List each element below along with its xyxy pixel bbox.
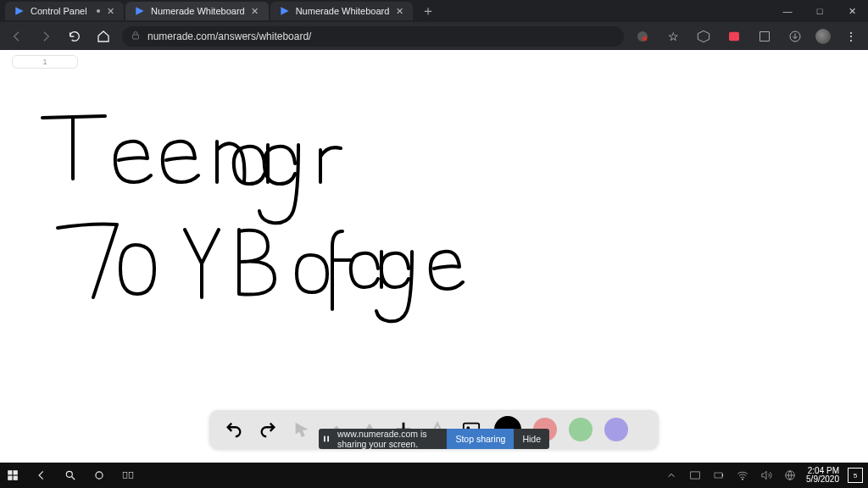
undo-button[interactable] bbox=[223, 419, 245, 441]
language-icon[interactable] bbox=[782, 468, 798, 483]
svg-rect-0 bbox=[133, 35, 139, 39]
slide-thumbnail[interactable]: 1 bbox=[12, 55, 78, 69]
numerade-favicon-icon bbox=[14, 5, 25, 17]
screen-share-banner: www.numerade.com is sharing your screen.… bbox=[319, 429, 549, 449]
svg-point-21 bbox=[742, 479, 743, 480]
notification-count: 5 bbox=[854, 472, 857, 480]
back-button[interactable] bbox=[7, 26, 27, 47]
hide-banner-button[interactable]: Hide bbox=[514, 429, 549, 449]
wifi-icon[interactable] bbox=[735, 468, 750, 483]
tab-title: Control Panel bbox=[31, 6, 92, 16]
kebab-menu-icon[interactable]: ⋮ bbox=[841, 26, 861, 47]
extension-square-icon[interactable] bbox=[754, 26, 775, 47]
clock-date: 5/9/2020 bbox=[806, 475, 839, 485]
tablet-mode-icon[interactable] bbox=[687, 468, 703, 483]
pen-color-purple[interactable] bbox=[604, 418, 628, 441]
hide-label: Hide bbox=[522, 434, 541, 444]
pointer-tool[interactable] bbox=[291, 419, 313, 441]
stop-sharing-button[interactable]: Stop sharing bbox=[447, 429, 514, 449]
forward-button[interactable] bbox=[36, 26, 56, 47]
svg-rect-9 bbox=[327, 436, 329, 442]
extension-cube-icon[interactable] bbox=[693, 26, 714, 47]
numerade-favicon-icon bbox=[279, 5, 291, 17]
minimize-button[interactable]: ― bbox=[771, 0, 804, 22]
close-window-button[interactable]: ✕ bbox=[836, 0, 868, 22]
taskbar-back-icon[interactable] bbox=[34, 468, 49, 483]
tab-strip: Control Panel ✕ Numerade Whiteboard ✕ Nu… bbox=[0, 0, 868, 22]
svg-point-15 bbox=[96, 472, 103, 479]
close-icon[interactable]: ✕ bbox=[394, 6, 404, 16]
svg-rect-11 bbox=[14, 470, 18, 474]
tab-whiteboard-2[interactable]: Numerade Whiteboard ✕ bbox=[270, 2, 414, 20]
search-icon[interactable] bbox=[63, 468, 78, 483]
lock-icon bbox=[131, 30, 141, 42]
system-clock[interactable]: 2:04 PM 5/9/2020 bbox=[806, 467, 839, 485]
svg-rect-12 bbox=[8, 476, 12, 480]
audio-indicator-icon bbox=[97, 9, 100, 13]
pause-icon bbox=[319, 435, 334, 443]
svg-rect-17 bbox=[129, 473, 133, 479]
svg-rect-19 bbox=[715, 473, 722, 478]
extension-badge-icon[interactable] bbox=[632, 26, 653, 47]
reload-button[interactable] bbox=[64, 26, 85, 47]
address-bar[interactable]: numerade.com/answers/whiteboard/ bbox=[122, 26, 624, 47]
numerade-favicon-icon bbox=[134, 5, 146, 17]
svg-rect-3 bbox=[729, 31, 739, 41]
pocket-extension-icon[interactable] bbox=[724, 26, 744, 47]
star-bookmark-icon[interactable]: ☆ bbox=[663, 26, 683, 47]
svg-rect-13 bbox=[14, 476, 18, 480]
close-icon[interactable]: ✕ bbox=[250, 6, 260, 16]
new-tab-button[interactable]: ＋ bbox=[421, 3, 435, 20]
tray-up-icon[interactable] bbox=[664, 468, 679, 483]
profile-avatar[interactable] bbox=[815, 29, 831, 44]
svg-rect-18 bbox=[691, 472, 700, 479]
tab-control-panel[interactable]: Control Panel ✕ bbox=[5, 2, 124, 20]
svg-rect-10 bbox=[8, 470, 12, 474]
maximize-button[interactable]: □ bbox=[804, 0, 836, 22]
svg-rect-8 bbox=[324, 436, 326, 442]
stop-sharing-label: Stop sharing bbox=[455, 434, 505, 444]
cortana-icon[interactable] bbox=[92, 468, 107, 483]
tab-whiteboard-active[interactable]: Numerade Whiteboard ✕ bbox=[125, 2, 269, 20]
share-message: www.numerade.com is sharing your screen. bbox=[334, 429, 447, 449]
svg-point-14 bbox=[66, 471, 72, 477]
redo-button[interactable] bbox=[257, 419, 279, 441]
tab-title: Numerade Whiteboard bbox=[296, 6, 390, 16]
tab-title: Numerade Whiteboard bbox=[151, 6, 245, 16]
svg-rect-20 bbox=[722, 474, 723, 477]
windows-taskbar: 2:04 PM 5/9/2020 5 bbox=[0, 463, 868, 488]
pen-color-green[interactable] bbox=[569, 418, 593, 441]
slide-number: 1 bbox=[42, 58, 47, 66]
svg-rect-16 bbox=[123, 473, 127, 479]
window-controls: ― □ ✕ bbox=[771, 0, 868, 22]
close-icon[interactable]: ✕ bbox=[105, 6, 115, 16]
start-button[interactable] bbox=[5, 468, 20, 483]
action-center-icon[interactable]: 5 bbox=[848, 468, 863, 483]
volume-icon[interactable] bbox=[759, 468, 774, 483]
task-view-icon[interactable] bbox=[120, 468, 136, 483]
download-icon[interactable] bbox=[785, 26, 805, 47]
home-button[interactable] bbox=[93, 26, 114, 47]
svg-point-2 bbox=[643, 36, 647, 41]
svg-rect-4 bbox=[760, 31, 770, 41]
battery-icon[interactable] bbox=[711, 468, 726, 483]
browser-toolbar: numerade.com/answers/whiteboard/ ☆ ⋮ bbox=[0, 22, 868, 50]
whiteboard-canvas[interactable]: 1 bbox=[0, 50, 868, 454]
url-text: numerade.com/answers/whiteboard/ bbox=[147, 30, 311, 42]
